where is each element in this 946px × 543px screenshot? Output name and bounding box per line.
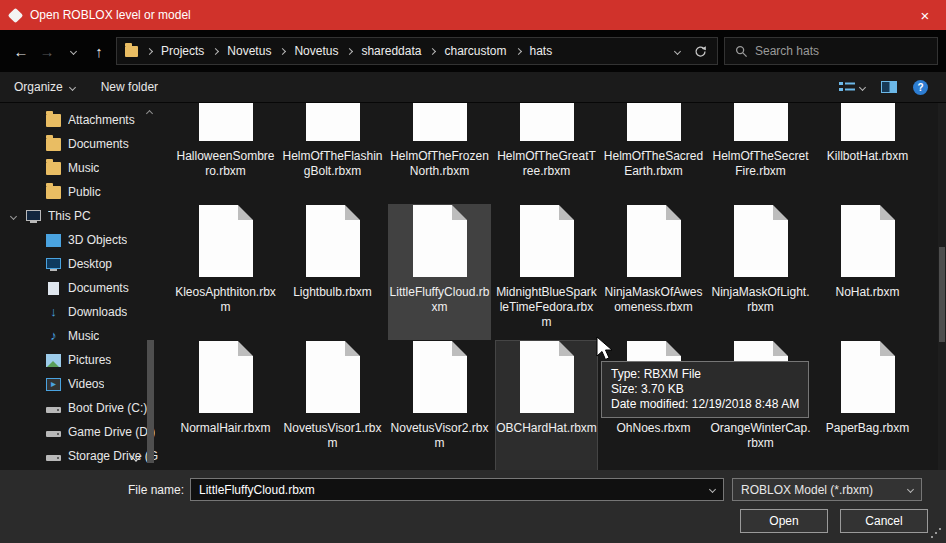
file-item[interactable]: HelmOfTheGreatTree.rbxm <box>495 103 598 204</box>
file-item[interactable]: NormalHair.rbxm <box>174 340 277 470</box>
file-item[interactable]: HelmOfTheFrozenNorth.rbxm <box>388 103 491 204</box>
folder-icon <box>125 46 138 57</box>
file-label: NovetusVisor2.rbxm <box>389 421 490 451</box>
file-item[interactable]: NinjaMaskOfAwesomeness.rbxm <box>602 204 705 340</box>
file-item[interactable]: HelmOfTheSecretFire.rbxm <box>709 103 812 204</box>
new-folder-button[interactable]: New folder <box>101 80 158 94</box>
breadcrumb-item[interactable]: charcustom <box>444 44 506 58</box>
file-item[interactable]: HelmOfTheSacredEarth.rbxm <box>602 103 705 204</box>
file-icon <box>627 103 681 141</box>
objects3d-icon <box>46 234 61 247</box>
breadcrumb-controls <box>675 45 709 58</box>
refresh-icon[interactable] <box>694 45 707 58</box>
sidebar-item-public[interactable]: Public <box>0 180 160 204</box>
sidebar-item-downloads[interactable]: Downloads <box>0 300 160 324</box>
breadcrumb-item[interactable]: Novetus <box>227 44 271 58</box>
sidebar-item-this-pc[interactable]: This PC <box>0 204 160 228</box>
file-item[interactable]: LittleFluffyCloud.rbxm <box>388 204 491 340</box>
breadcrumb-separator-icon[interactable] <box>514 47 521 54</box>
file-item[interactable]: NovetusVisor1.rbxm <box>281 340 384 470</box>
breadcrumb-item[interactable]: Projects <box>161 44 204 58</box>
history-chevron-icon[interactable] <box>674 47 681 54</box>
sidebar-item-documents[interactable]: Documents <box>0 276 160 300</box>
file-item[interactable]: KillbotHat.rbxm <box>816 103 919 204</box>
sidebar-item-music[interactable]: Music <box>0 324 160 348</box>
music-icon <box>46 330 61 343</box>
file-label: HelmOfTheFlashingBolt.rbxm <box>282 149 383 179</box>
file-item[interactable]: NinjaMaskOfLight.rbxm <box>709 204 812 340</box>
file-item[interactable]: HalloweenSombrero.rbxm <box>174 103 277 204</box>
folder-icon <box>46 138 61 151</box>
resize-grip[interactable] <box>939 528 941 530</box>
sidebar-item-label: Videos <box>68 377 104 391</box>
drive-icon <box>46 431 61 437</box>
scrollbar-thumb[interactable] <box>939 247 945 342</box>
sidebar-item-music[interactable]: Music <box>0 156 160 180</box>
search-icon <box>735 45 748 58</box>
file-grid: HalloweenSombrero.rbxmHelmOfTheFlashingB… <box>160 103 938 470</box>
file-type-select[interactable]: ROBLOX Model (*.rbxm) <box>732 478 922 501</box>
sidebar-item-game-drive-d[interactable]: Game Drive (D:) <box>0 420 160 444</box>
file-label: OhNoes.rbxm <box>603 421 704 436</box>
file-item[interactable]: KleosAphthiton.rbxm <box>174 204 277 340</box>
file-name-row: File name: ROBLOX Model (*.rbxm) <box>0 478 946 501</box>
breadcrumb-separator-icon[interactable] <box>279 47 286 54</box>
file-label: NoHat.rbxm <box>817 285 918 300</box>
organize-button[interactable]: Organize <box>14 80 75 94</box>
sidebar-item-videos[interactable]: Videos <box>0 372 160 396</box>
preview-pane-icon[interactable] <box>881 81 897 93</box>
search-box[interactable] <box>724 37 938 65</box>
sidebar-item-desktop[interactable]: Desktop <box>0 252 160 276</box>
chevron-down-icon <box>69 83 76 90</box>
breadcrumb-item[interactable]: hats <box>530 44 553 58</box>
sidebar-item-documents[interactable]: Documents <box>0 132 160 156</box>
sidebar-item-label: Public <box>68 185 101 199</box>
file-label: HelmOfTheFrozenNorth.rbxm <box>389 149 490 179</box>
file-list-scrollbar[interactable] <box>938 103 946 470</box>
sidebar-item-3d-objects[interactable]: 3D Objects <box>0 228 160 252</box>
sidebar-item-pictures[interactable]: Pictures <box>0 348 160 372</box>
file-item[interactable]: OBCHardHat.rbxm <box>495 340 598 470</box>
file-name-dropdown-button[interactable] <box>701 479 723 500</box>
breadcrumb-separator-icon[interactable] <box>346 47 353 54</box>
cancel-button[interactable]: Cancel <box>840 509 928 533</box>
breadcrumb-separator-icon[interactable] <box>429 47 436 54</box>
file-name-input[interactable] <box>190 478 724 501</box>
sidebar-items: AttachmentsDocumentsMusicPublicThis PC3D… <box>0 108 160 468</box>
breadcrumb[interactable]: ProjectsNovetusNovetusshareddatacharcust… <box>116 37 718 65</box>
close-button[interactable]: × <box>904 0 946 30</box>
breadcrumb-item[interactable]: Novetus <box>294 44 338 58</box>
recent-locations-button[interactable] <box>60 38 86 64</box>
file-item[interactable]: NovetusVisor2.rbxm <box>388 340 491 470</box>
file-item[interactable]: Lightbulb.rbxm <box>281 204 384 340</box>
breadcrumb-item[interactable]: shareddata <box>361 44 421 58</box>
up-button[interactable]: ↑ <box>86 38 112 64</box>
file-item[interactable]: NoHat.rbxm <box>816 204 919 340</box>
open-button[interactable]: Open <box>740 509 828 533</box>
breadcrumb-separator-icon[interactable] <box>212 47 219 54</box>
file-name-label: File name: <box>0 483 190 497</box>
sidebar-item-label: 3D Objects <box>68 233 127 247</box>
sidebar-item-boot-drive-c[interactable]: Boot Drive (C:) <box>0 396 160 420</box>
documents-icon <box>48 282 59 295</box>
file-icon <box>199 341 253 413</box>
back-button[interactable]: ← <box>8 38 34 64</box>
sidebar-scrollbar-thumb[interactable] <box>147 340 154 463</box>
new-folder-label: New folder <box>101 80 158 94</box>
search-input[interactable] <box>755 44 927 58</box>
toolbar-right-group: ? <box>839 80 932 95</box>
file-icon <box>841 103 895 141</box>
file-icon <box>413 205 467 277</box>
file-item[interactable]: HelmOfTheFlashingBolt.rbxm <box>281 103 384 204</box>
change-view-button[interactable] <box>839 81 865 93</box>
file-label: HelmOfTheGreatTree.rbxm <box>496 149 597 179</box>
file-item[interactable]: PaperBag.rbxm <box>816 340 919 470</box>
sidebar-item-attachments[interactable]: Attachments <box>0 108 160 132</box>
breadcrumb-separator-icon[interactable] <box>146 47 153 54</box>
expand-chevron-icon[interactable] <box>10 212 17 219</box>
file-item[interactable]: MidnightBlueSparkleTimeFedora.rbxm <box>495 204 598 340</box>
help-icon[interactable]: ? <box>913 80 928 95</box>
videos-icon <box>46 378 61 391</box>
forward-button[interactable]: → <box>34 38 60 64</box>
downloads-icon <box>46 306 61 319</box>
